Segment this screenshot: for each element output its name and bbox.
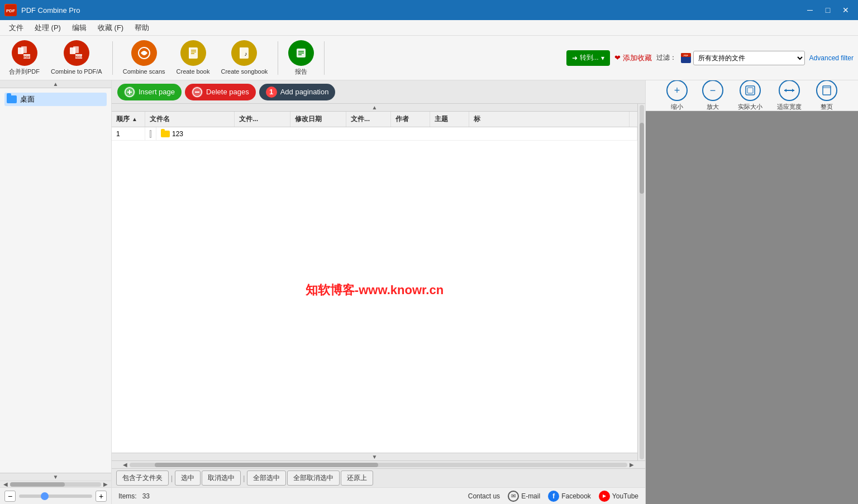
preview-area xyxy=(646,111,858,504)
left-panel-hscroll[interactable]: ◀ ▶ xyxy=(0,481,111,487)
maximize-button[interactable]: □ xyxy=(820,3,836,17)
hscroll-track xyxy=(130,463,627,467)
email-icon: ✉ xyxy=(508,491,519,502)
zoom-slider[interactable] xyxy=(19,495,92,498)
menu-help[interactable]: 帮助 xyxy=(130,21,154,35)
create-songbook-button[interactable]: ♪ Create songbook xyxy=(216,37,272,79)
full-page-icon xyxy=(816,80,837,101)
combine-scans-button[interactable]: Combine scans xyxy=(118,37,170,79)
combine-scans-icon xyxy=(131,40,157,66)
table-row[interactable]: 1 123 xyxy=(112,127,637,141)
pdf-flag-icon: PDF xyxy=(681,53,691,63)
create-book-icon xyxy=(180,40,206,66)
filter-label: 过滤： xyxy=(656,53,676,63)
restore-button[interactable]: 还原上 xyxy=(341,471,373,486)
advanced-filter-button[interactable]: Advanced filter xyxy=(809,54,854,62)
svg-rect-6 xyxy=(73,46,79,53)
svg-rect-15 xyxy=(240,47,241,59)
hscroll-left[interactable]: ◀ xyxy=(121,462,130,468)
goto-dropdown-icon: ▾ xyxy=(601,54,604,62)
list-scroll-up[interactable]: ▲ xyxy=(112,104,637,112)
horizontal-scrollbar[interactable]: ◀ ▶ xyxy=(112,460,645,468)
include-subfolders-button[interactable]: 包含子文件夹 xyxy=(116,471,169,486)
report-icon xyxy=(288,40,314,66)
list-scroll-down[interactable]: ▼ xyxy=(112,453,637,460)
menu-process[interactable]: 处理 (P) xyxy=(30,21,65,35)
menu-file[interactable]: 文件 xyxy=(4,21,28,35)
col-header-order: 顺序 ▲ xyxy=(112,112,145,127)
close-button[interactable]: ✕ xyxy=(838,3,854,17)
combine-pdf-button[interactable]: PDF 合并到PDF xyxy=(4,37,44,79)
menu-edit[interactable]: 编辑 xyxy=(68,21,91,35)
hscroll-right-arrow[interactable]: ▶ xyxy=(101,481,110,487)
zoom-in-label: 缩小 xyxy=(671,103,683,111)
vscroll-thumb[interactable] xyxy=(640,123,644,194)
deselect-button[interactable]: 取消选中 xyxy=(202,471,241,486)
delete-pages-button[interactable]: Delete pages xyxy=(185,84,256,100)
combine-pdfa-button[interactable]: PDF/A Combine to PDF/A xyxy=(46,37,107,79)
minimize-button[interactable]: ─ xyxy=(802,3,818,17)
add-pagination-label: Add pagination xyxy=(280,88,329,96)
zoom-out-icon: − xyxy=(702,80,723,101)
hscroll-left-arrow[interactable]: ◀ xyxy=(1,481,10,487)
youtube-link[interactable]: ▶ YouTube xyxy=(599,491,638,502)
svg-rect-34 xyxy=(823,86,831,95)
favorite-button[interactable]: ❤ 添加收藏 xyxy=(614,53,652,63)
tree-item-label: 桌面 xyxy=(20,94,35,104)
report-button[interactable]: 报告 xyxy=(284,37,318,79)
zoom-in-button[interactable]: + 缩小 xyxy=(663,80,691,113)
app-logo: PDF xyxy=(4,4,17,16)
col-header-path: 文件... xyxy=(235,112,290,127)
create-book-label: Create book xyxy=(177,68,210,75)
row-checkbox[interactable] xyxy=(150,130,151,138)
deselect-all-button[interactable]: 全部取消选中 xyxy=(287,471,340,486)
svg-rect-29 xyxy=(746,86,755,95)
zoom-thumb[interactable] xyxy=(41,492,49,500)
toolbar-sep-2 xyxy=(278,41,278,75)
goto-button[interactable]: ➜ 转到... ▾ xyxy=(566,50,610,66)
zoom-plus-button[interactable]: + xyxy=(96,491,107,502)
insert-page-button[interactable]: Insert page xyxy=(117,84,182,100)
svg-text:PDF: PDF xyxy=(684,54,689,57)
filter-select[interactable]: 所有支持的文件PDF文件Word文件图片文件 xyxy=(693,51,805,65)
title-bar: PDF PDF Combine Pro ─ □ ✕ xyxy=(0,0,858,20)
fit-width-button[interactable]: 适应宽度 xyxy=(774,80,805,113)
facebook-link[interactable]: f Facebook xyxy=(548,491,591,502)
cell-checkbox[interactable] xyxy=(145,127,156,140)
zoom-minus-button[interactable]: − xyxy=(4,491,16,502)
main-content: ▲ 桌面 ▼ ◀ ▶ − + xyxy=(0,80,858,504)
file-tree: 桌面 xyxy=(0,88,111,473)
zoom-out-button[interactable]: − 放大 xyxy=(699,80,727,113)
file-list-area: ▲ 顺序 ▲ 文件名 文件... 修改日期 文件... 作者 主题 xyxy=(112,104,637,460)
hscroll-thumb[interactable] xyxy=(10,482,65,487)
svg-text:PDF/A: PDF/A xyxy=(74,55,83,59)
add-pagination-button[interactable]: 1 Add pagination xyxy=(259,84,336,100)
cell-name: 123 xyxy=(156,127,637,140)
menu-favorites[interactable]: 收藏 (F) xyxy=(93,21,128,35)
toolbar-sep-3 xyxy=(324,41,325,75)
vscroll-track xyxy=(640,105,644,459)
actual-size-label: 实际大小 xyxy=(738,103,762,111)
separator-2: | xyxy=(242,474,246,482)
items-count-label: Items: 33 xyxy=(118,492,150,500)
tree-item-desktop[interactable]: 桌面 xyxy=(4,93,107,106)
hscroll-right[interactable]: ▶ xyxy=(627,462,636,468)
vertical-scrollbar[interactable] xyxy=(637,104,645,460)
youtube-icon: ▶ xyxy=(599,491,610,502)
cell-order: 1 xyxy=(112,127,145,140)
create-book-button[interactable]: Create book xyxy=(172,37,214,79)
full-page-button[interactable]: 整页 xyxy=(813,80,841,113)
insert-page-icon xyxy=(124,87,135,98)
main-toolbar: PDF 合并到PDF PDF/A Combine to PDF/A Combin… xyxy=(0,36,858,80)
select-all-button[interactable]: 全部选中 xyxy=(247,471,286,486)
toolbar-right: ➜ 转到... ▾ ❤ 添加收藏 过滤： PDF 所有支持的文件PDF文件Wor… xyxy=(330,50,854,66)
col-header-date: 修改日期 xyxy=(290,112,346,127)
scroll-up-button[interactable]: ▲ xyxy=(0,80,111,88)
status-bar: Items: 33 Contact us ✉ E-mail f Facebook… xyxy=(112,487,645,504)
select-button[interactable]: 选中 xyxy=(175,471,201,486)
actual-size-button[interactable]: 实际大小 xyxy=(735,80,766,113)
hscroll-thumb[interactable] xyxy=(155,463,379,467)
email-link[interactable]: ✉ E-mail xyxy=(508,491,540,502)
contact-us-link[interactable]: Contact us xyxy=(468,492,500,500)
scroll-down-button[interactable]: ▼ xyxy=(0,473,111,481)
